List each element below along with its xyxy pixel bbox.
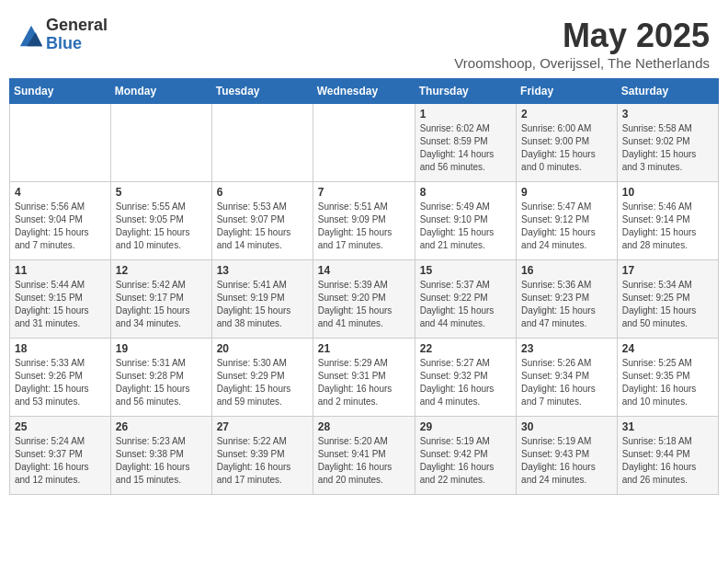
day-cell: 29Sunrise: 5:19 AM Sunset: 9:42 PM Dayli… bbox=[415, 417, 516, 495]
day-number: 2 bbox=[521, 108, 612, 121]
day-info: Sunrise: 5:26 AM Sunset: 9:34 PM Dayligh… bbox=[521, 357, 612, 408]
day-info: Sunrise: 5:44 AM Sunset: 9:15 PM Dayligh… bbox=[15, 279, 106, 330]
weekday-header-friday: Friday bbox=[517, 79, 618, 104]
day-cell: 15Sunrise: 5:37 AM Sunset: 9:22 PM Dayli… bbox=[415, 260, 516, 339]
logo-blue-text: Blue bbox=[46, 35, 108, 53]
day-number: 24 bbox=[622, 342, 713, 355]
day-info: Sunrise: 5:34 AM Sunset: 9:25 PM Dayligh… bbox=[622, 279, 713, 330]
day-cell: 27Sunrise: 5:22 AM Sunset: 9:39 PM Dayli… bbox=[211, 417, 313, 495]
day-cell: 12Sunrise: 5:42 AM Sunset: 9:17 PM Dayli… bbox=[110, 260, 211, 339]
day-info: Sunrise: 5:37 AM Sunset: 9:22 PM Dayligh… bbox=[420, 279, 511, 330]
day-cell bbox=[313, 104, 415, 182]
day-cell: 1Sunrise: 6:02 AM Sunset: 8:59 PM Daylig… bbox=[415, 104, 516, 182]
day-info: Sunrise: 5:25 AM Sunset: 9:35 PM Dayligh… bbox=[622, 357, 713, 408]
weekday-header-saturday: Saturday bbox=[617, 79, 718, 104]
day-cell: 31Sunrise: 5:18 AM Sunset: 9:44 PM Dayli… bbox=[617, 417, 718, 495]
day-cell: 13Sunrise: 5:41 AM Sunset: 9:19 PM Dayli… bbox=[211, 260, 313, 339]
day-number: 17 bbox=[622, 264, 713, 277]
day-info: Sunrise: 5:29 AM Sunset: 9:31 PM Dayligh… bbox=[318, 357, 410, 408]
day-cell: 11Sunrise: 5:44 AM Sunset: 9:15 PM Dayli… bbox=[10, 260, 111, 339]
day-info: Sunrise: 5:46 AM Sunset: 9:14 PM Dayligh… bbox=[622, 201, 713, 252]
day-number: 28 bbox=[318, 420, 410, 433]
day-cell: 3Sunrise: 5:58 AM Sunset: 9:02 PM Daylig… bbox=[617, 104, 718, 182]
day-number: 25 bbox=[15, 420, 106, 433]
day-info: Sunrise: 5:33 AM Sunset: 9:26 PM Dayligh… bbox=[15, 357, 106, 408]
day-cell: 9Sunrise: 5:47 AM Sunset: 9:12 PM Daylig… bbox=[517, 182, 618, 260]
day-cell: 24Sunrise: 5:25 AM Sunset: 9:35 PM Dayli… bbox=[617, 339, 718, 417]
day-cell: 19Sunrise: 5:31 AM Sunset: 9:28 PM Dayli… bbox=[110, 339, 211, 417]
week-row-4: 18Sunrise: 5:33 AM Sunset: 9:26 PM Dayli… bbox=[10, 339, 719, 417]
day-info: Sunrise: 5:42 AM Sunset: 9:17 PM Dayligh… bbox=[116, 279, 207, 330]
logo-general-text: General bbox=[46, 17, 108, 35]
day-cell: 8Sunrise: 5:49 AM Sunset: 9:10 PM Daylig… bbox=[415, 182, 516, 260]
weekday-header-thursday: Thursday bbox=[415, 79, 516, 104]
day-number: 5 bbox=[116, 186, 207, 199]
day-cell bbox=[110, 104, 211, 182]
day-cell: 10Sunrise: 5:46 AM Sunset: 9:14 PM Dayli… bbox=[617, 182, 718, 260]
day-info: Sunrise: 5:58 AM Sunset: 9:02 PM Dayligh… bbox=[622, 122, 713, 174]
page-header: General Blue May 2025 Vroomshoop, Overij… bbox=[0, 0, 728, 78]
day-info: Sunrise: 5:51 AM Sunset: 9:09 PM Dayligh… bbox=[318, 201, 410, 252]
day-number: 16 bbox=[521, 264, 612, 277]
day-number: 13 bbox=[217, 264, 308, 277]
day-info: Sunrise: 5:22 AM Sunset: 9:39 PM Dayligh… bbox=[217, 435, 308, 487]
day-info: Sunrise: 5:49 AM Sunset: 9:10 PM Dayligh… bbox=[420, 201, 511, 252]
day-number: 21 bbox=[318, 342, 410, 355]
day-info: Sunrise: 5:20 AM Sunset: 9:41 PM Dayligh… bbox=[318, 435, 410, 487]
day-cell bbox=[10, 104, 111, 182]
day-cell: 14Sunrise: 5:39 AM Sunset: 9:20 PM Dayli… bbox=[313, 260, 415, 339]
day-cell: 23Sunrise: 5:26 AM Sunset: 9:34 PM Dayli… bbox=[517, 339, 618, 417]
week-row-3: 11Sunrise: 5:44 AM Sunset: 9:15 PM Dayli… bbox=[10, 260, 719, 339]
day-number: 7 bbox=[318, 186, 410, 199]
day-cell: 20Sunrise: 5:30 AM Sunset: 9:29 PM Dayli… bbox=[211, 339, 313, 417]
day-info: Sunrise: 5:19 AM Sunset: 9:43 PM Dayligh… bbox=[521, 435, 612, 487]
day-info: Sunrise: 5:56 AM Sunset: 9:04 PM Dayligh… bbox=[15, 201, 106, 252]
day-number: 10 bbox=[622, 186, 713, 199]
weekday-header-sunday: Sunday bbox=[10, 79, 111, 104]
day-info: Sunrise: 5:30 AM Sunset: 9:29 PM Dayligh… bbox=[217, 357, 308, 408]
day-number: 29 bbox=[420, 420, 511, 433]
day-number: 20 bbox=[217, 342, 308, 355]
day-cell bbox=[211, 104, 313, 182]
day-cell: 18Sunrise: 5:33 AM Sunset: 9:26 PM Dayli… bbox=[10, 339, 111, 417]
day-number: 18 bbox=[15, 342, 106, 355]
logo: General Blue bbox=[18, 17, 108, 53]
weekday-header-monday: Monday bbox=[110, 79, 211, 104]
calendar-table: SundayMondayTuesdayWednesdayThursdayFrid… bbox=[9, 78, 719, 495]
title-area: May 2025 Vroomshoop, Overijssel, The Net… bbox=[454, 17, 710, 71]
day-number: 3 bbox=[622, 108, 713, 121]
day-number: 22 bbox=[420, 342, 511, 355]
day-info: Sunrise: 5:24 AM Sunset: 9:37 PM Dayligh… bbox=[15, 435, 106, 487]
day-cell: 16Sunrise: 5:36 AM Sunset: 9:23 PM Dayli… bbox=[517, 260, 618, 339]
weekday-header-wednesday: Wednesday bbox=[313, 79, 415, 104]
day-number: 14 bbox=[318, 264, 410, 277]
day-cell: 7Sunrise: 5:51 AM Sunset: 9:09 PM Daylig… bbox=[313, 182, 415, 260]
day-cell: 2Sunrise: 6:00 AM Sunset: 9:00 PM Daylig… bbox=[517, 104, 618, 182]
day-info: Sunrise: 5:39 AM Sunset: 9:20 PM Dayligh… bbox=[318, 279, 410, 330]
day-number: 6 bbox=[217, 186, 308, 199]
day-number: 8 bbox=[420, 186, 511, 199]
logo-icon bbox=[18, 22, 44, 48]
location-subtitle: Vroomshoop, Overijssel, The Netherlands bbox=[454, 55, 710, 71]
day-number: 12 bbox=[116, 264, 207, 277]
day-cell: 17Sunrise: 5:34 AM Sunset: 9:25 PM Dayli… bbox=[617, 260, 718, 339]
day-info: Sunrise: 5:23 AM Sunset: 9:38 PM Dayligh… bbox=[116, 435, 207, 487]
week-row-2: 4Sunrise: 5:56 AM Sunset: 9:04 PM Daylig… bbox=[10, 182, 719, 260]
day-info: Sunrise: 5:47 AM Sunset: 9:12 PM Dayligh… bbox=[521, 201, 612, 252]
day-cell: 5Sunrise: 5:55 AM Sunset: 9:05 PM Daylig… bbox=[110, 182, 211, 260]
day-number: 15 bbox=[420, 264, 511, 277]
day-number: 4 bbox=[15, 186, 106, 199]
day-cell: 30Sunrise: 5:19 AM Sunset: 9:43 PM Dayli… bbox=[517, 417, 618, 495]
day-cell: 22Sunrise: 5:27 AM Sunset: 9:32 PM Dayli… bbox=[415, 339, 516, 417]
day-info: Sunrise: 6:02 AM Sunset: 8:59 PM Dayligh… bbox=[420, 122, 511, 174]
day-number: 9 bbox=[521, 186, 612, 199]
week-row-1: 1Sunrise: 6:02 AM Sunset: 8:59 PM Daylig… bbox=[10, 104, 719, 182]
day-info: Sunrise: 5:41 AM Sunset: 9:19 PM Dayligh… bbox=[217, 279, 308, 330]
day-cell: 25Sunrise: 5:24 AM Sunset: 9:37 PM Dayli… bbox=[10, 417, 111, 495]
day-info: Sunrise: 5:19 AM Sunset: 9:42 PM Dayligh… bbox=[420, 435, 511, 487]
day-number: 11 bbox=[15, 264, 106, 277]
day-cell: 6Sunrise: 5:53 AM Sunset: 9:07 PM Daylig… bbox=[211, 182, 313, 260]
weekday-header-tuesday: Tuesday bbox=[211, 79, 313, 104]
day-info: Sunrise: 6:00 AM Sunset: 9:00 PM Dayligh… bbox=[521, 122, 612, 174]
day-info: Sunrise: 5:55 AM Sunset: 9:05 PM Dayligh… bbox=[116, 201, 207, 252]
